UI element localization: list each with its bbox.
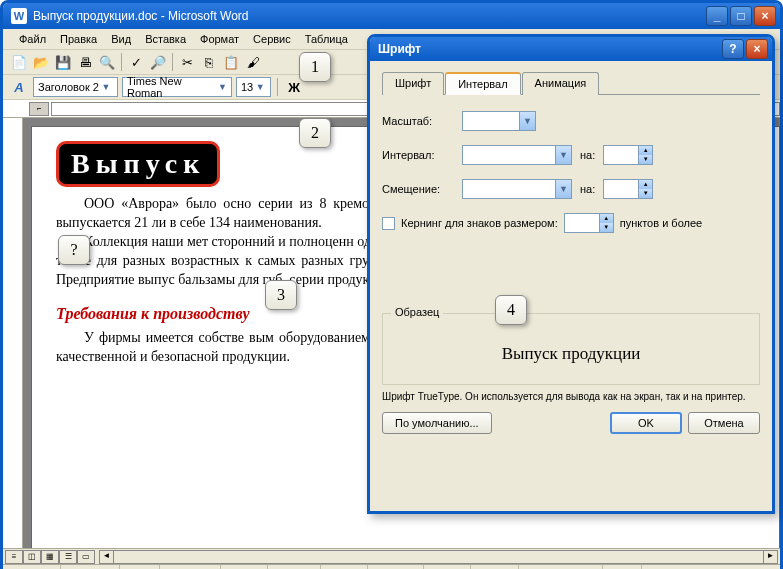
callout-4: 4 (495, 295, 527, 325)
ok-button[interactable]: OK (610, 412, 682, 434)
chevron-down-icon[interactable]: ▼ (99, 82, 113, 92)
tab-animation[interactable]: Анимация (522, 72, 600, 95)
kerning-label: Кернинг для знаков размером: (401, 217, 558, 229)
cut-icon[interactable]: ✂ (177, 52, 197, 72)
tab-font[interactable]: Шрифт (382, 72, 444, 95)
close-button[interactable]: × (754, 6, 776, 26)
selected-heading[interactable]: Выпуск (56, 141, 220, 187)
scale-label: Масштаб: (382, 115, 454, 127)
toolbar-separator (172, 53, 173, 71)
spin-down-icon[interactable]: ▼ (639, 189, 652, 198)
chevron-down-icon[interactable]: ▼ (216, 82, 229, 92)
maximize-button[interactable]: □ (730, 6, 752, 26)
font-value: Times New Roman (127, 75, 216, 99)
open-icon[interactable]: 📂 (31, 52, 51, 72)
outline-view-icon[interactable]: ☰ (59, 550, 77, 564)
print-preview-icon[interactable]: 🔍 (97, 52, 117, 72)
kerning-spinner[interactable]: ▲▼ (564, 213, 614, 233)
spellcheck-icon[interactable]: ✓ (126, 52, 146, 72)
status-page: Стр. 1 (9, 565, 61, 569)
interval-by-spinner[interactable]: ▲▼ (603, 145, 653, 165)
view-buttons: ≡ ◫ ▦ ☰ ▭ (3, 550, 97, 564)
status-at: На 2см (164, 565, 221, 569)
menu-table[interactable]: Таблица (299, 31, 354, 47)
menu-edit[interactable]: Правка (54, 31, 103, 47)
interval-select[interactable]: ▼ (462, 145, 572, 165)
toolbar-separator (121, 53, 122, 71)
status-col: Кол 1 (272, 565, 321, 569)
status-line: Ст 1 (225, 565, 268, 569)
dialog-help-button[interactable]: ? (722, 39, 744, 59)
style-value: Заголовок 2 (38, 81, 99, 93)
offset-by-label: на: (580, 183, 595, 195)
format-painter-icon[interactable]: 🖌 (243, 52, 263, 72)
minimize-button[interactable]: _ (706, 6, 728, 26)
menu-file[interactable]: Файл (13, 31, 52, 47)
callout-3: 3 (265, 280, 297, 310)
web-view-icon[interactable]: ◫ (23, 550, 41, 564)
dialog-title: Шрифт (378, 42, 722, 56)
scale-select[interactable]: ▼ (462, 111, 536, 131)
styles-pane-icon[interactable]: A (9, 77, 29, 97)
print-view-icon[interactable]: ▦ (41, 550, 59, 564)
callout-2: 2 (299, 118, 331, 148)
scroll-right-icon[interactable]: ► (763, 551, 777, 563)
spin-up-icon[interactable]: ▲ (639, 180, 652, 189)
normal-view-icon[interactable]: ≡ (5, 550, 23, 564)
research-icon[interactable]: 🔎 (148, 52, 168, 72)
dialog-tabs: Шрифт Интервал Анимация (382, 71, 760, 95)
spin-down-icon[interactable]: ▼ (600, 223, 613, 232)
dialog-body: Шрифт Интервал Анимация Масштаб: ▼ Интер… (370, 61, 772, 444)
spinner-value (565, 214, 599, 232)
window-title: Выпуск продукции.doc - Microsoft Word (33, 9, 706, 23)
default-button[interactable]: По умолчанию... (382, 412, 492, 434)
menu-tools[interactable]: Сервис (247, 31, 297, 47)
spinner-value (604, 180, 638, 198)
chevron-down-icon[interactable]: ▼ (519, 112, 535, 130)
tab-selector[interactable]: ⌐ (29, 102, 49, 116)
fontsize-value: 13 (241, 81, 253, 93)
copy-icon[interactable]: ⎘ (199, 52, 219, 72)
vertical-ruler (3, 118, 23, 548)
preview-text: Выпуск продукции (393, 338, 749, 370)
spin-down-icon[interactable]: ▼ (639, 155, 652, 164)
paste-icon[interactable]: 📋 (221, 52, 241, 72)
menu-view[interactable]: Вид (105, 31, 137, 47)
status-ext: ВДЛ (428, 565, 471, 569)
spin-up-icon[interactable]: ▲ (600, 214, 613, 223)
print-icon[interactable]: 🖶 (75, 52, 95, 72)
offset-select[interactable]: ▼ (462, 179, 572, 199)
status-lang: русский (Ро (523, 565, 603, 569)
status-rec: ЗАП (325, 565, 368, 569)
reading-view-icon[interactable]: ▭ (77, 550, 95, 564)
toolbar-separator (277, 78, 278, 96)
cancel-button[interactable]: Отмена (688, 412, 760, 434)
spin-up-icon[interactable]: ▲ (639, 146, 652, 155)
chevron-down-icon[interactable]: ▼ (555, 180, 571, 198)
titlebar: W Выпуск продукции.doc - Microsoft Word … (3, 3, 780, 29)
interval-label: Интервал: (382, 149, 454, 161)
kerning-suffix: пунктов и более (620, 217, 702, 229)
offset-by-spinner[interactable]: ▲▼ (603, 179, 653, 199)
fontsize-combo[interactable]: 13 ▼ (236, 77, 271, 97)
scroll-left-icon[interactable]: ◄ (100, 551, 114, 563)
preview-note: Шрифт TrueType. Он используется для выво… (382, 391, 760, 402)
font-combo[interactable]: Times New Roman ▼ (122, 77, 232, 97)
dialog-close-button[interactable]: × (746, 39, 768, 59)
style-combo[interactable]: Заголовок 2 ▼ (33, 77, 118, 97)
dialog-titlebar: Шрифт ? × (370, 37, 772, 61)
status-book-icon[interactable]: 📖 (607, 565, 642, 569)
new-doc-icon[interactable]: 📄 (9, 52, 29, 72)
save-icon[interactable]: 💾 (53, 52, 73, 72)
menu-insert[interactable]: Вставка (139, 31, 192, 47)
status-section: Разд 1 (65, 565, 119, 569)
interval-by-label: на: (580, 149, 595, 161)
chevron-down-icon[interactable]: ▼ (555, 146, 571, 164)
tab-interval[interactable]: Интервал (445, 72, 520, 95)
preview-group: Образец Выпуск продукции (382, 313, 760, 385)
chevron-down-icon[interactable]: ▼ (253, 82, 267, 92)
kerning-checkbox[interactable] (382, 217, 395, 230)
status-bar: Стр. 1 Разд 1 1/2 На 2см Ст 1 Кол 1 ЗАП … (3, 564, 780, 569)
horizontal-scrollbar[interactable]: ◄ ► (99, 550, 778, 564)
menu-format[interactable]: Формат (194, 31, 245, 47)
